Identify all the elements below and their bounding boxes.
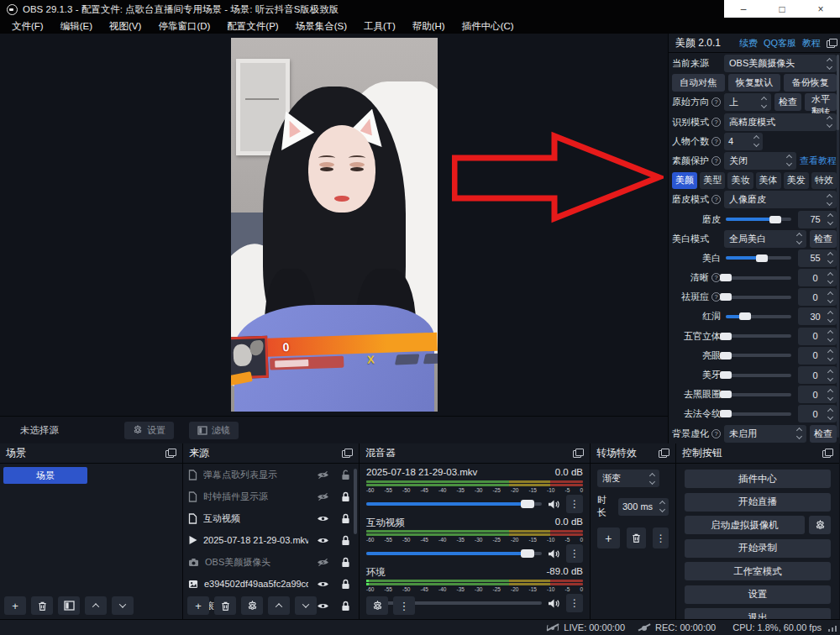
move-scene-down-button[interactable]	[112, 596, 134, 615]
visibility-toggle[interactable]	[314, 601, 331, 611]
dark-circles-slider[interactable]	[726, 393, 791, 396]
visibility-toggle[interactable]	[314, 492, 331, 501]
settings-button[interactable]: 设置	[685, 585, 831, 604]
source-row[interactable]: 弹幕点歌列表显示	[183, 464, 359, 485]
teeth-slider[interactable]	[726, 374, 791, 377]
tab-hair[interactable]: 美发	[784, 172, 809, 189]
speaker-icon[interactable]	[548, 548, 560, 559]
tutorial-link[interactable]: 教程	[802, 37, 821, 50]
smooth-value-stepper[interactable]: 75	[798, 211, 837, 228]
tab-beauty[interactable]: 美颜	[672, 172, 697, 189]
channel-menu-button[interactable]: ⋮	[566, 495, 583, 513]
menu-help[interactable]: 帮助(H)	[404, 18, 454, 34]
plugin-center-button[interactable]: 插件中心	[685, 470, 831, 488]
add-transition-button[interactable]: +	[597, 527, 620, 548]
backup-restore-button[interactable]: 备份恢复	[784, 74, 837, 92]
close-button[interactable]: ×	[801, 0, 840, 18]
qq-support-link[interactable]: QQ客服	[764, 37, 796, 50]
source-properties-button[interactable]: 设置	[124, 422, 174, 439]
start-recording-button[interactable]: 开始录制	[685, 539, 831, 558]
visibility-toggle[interactable]	[314, 558, 331, 567]
popout-icon[interactable]	[165, 449, 176, 458]
tab-makeup[interactable]: 美妆	[727, 172, 753, 189]
blemish-value-stepper[interactable]: 0	[798, 288, 837, 306]
clarity-slider[interactable]	[726, 276, 791, 280]
smile-lines-slider[interactable]	[726, 412, 791, 416]
speaker-icon[interactable]	[548, 499, 560, 510]
sources-scrollbar[interactable]	[354, 469, 357, 534]
smile-lines-value-stepper[interactable]: 0	[798, 405, 837, 422]
bright-eyes-slider[interactable]	[726, 354, 791, 357]
visibility-toggle[interactable]	[314, 514, 331, 523]
move-source-up-button[interactable]	[268, 596, 290, 615]
popout-icon[interactable]	[659, 449, 669, 458]
menu-plugin-center[interactable]: 插件中心(C)	[454, 18, 522, 34]
tab-reshape[interactable]: 美型	[700, 172, 725, 189]
duration-stepper[interactable]: 300 ms	[618, 498, 669, 516]
restore-default-button[interactable]: 恢复默认	[728, 74, 781, 92]
visibility-toggle[interactable]	[314, 470, 331, 480]
add-scene-button[interactable]: +	[4, 596, 26, 615]
rosy-value-stepper[interactable]: 30	[798, 307, 837, 325]
scene-filters-button[interactable]	[58, 596, 80, 615]
start-virtual-camera-button[interactable]: 启动虚拟摄像机	[685, 516, 805, 534]
volume-slider[interactable]	[366, 502, 542, 506]
person-count-stepper[interactable]: 4	[724, 133, 763, 150]
whiten-value-stepper[interactable]: 55	[798, 249, 837, 267]
menu-tools[interactable]: 工具(T)	[355, 18, 404, 34]
background-blur-select[interactable]: 未启用	[724, 425, 806, 443]
transition-type-select[interactable]: 渐变	[597, 470, 659, 487]
move-scene-up-button[interactable]	[85, 596, 107, 615]
lock-toggle[interactable]	[337, 579, 354, 590]
speaker-icon[interactable]	[548, 598, 560, 609]
visibility-toggle[interactable]	[314, 536, 331, 545]
help-icon[interactable]: ?	[711, 118, 721, 127]
current-source-select[interactable]: OBS美颜摄像头	[724, 55, 837, 72]
mixer-menu-button[interactable]: ⋮	[393, 596, 415, 615]
source-filters-button[interactable]: 滤镜	[189, 422, 239, 439]
orientation-select[interactable]: 上	[724, 93, 771, 111]
menu-profile[interactable]: 配置文件(P)	[218, 18, 286, 34]
lock-toggle[interactable]	[337, 557, 354, 568]
smooth-mode-select[interactable]: 人像磨皮	[724, 191, 837, 208]
source-row[interactable]: 互动视频	[183, 507, 359, 529]
menu-docks[interactable]: 停靠窗口(D)	[150, 18, 218, 34]
channel-menu-button[interactable]: ⋮	[566, 594, 583, 612]
tab-effects[interactable]: 特效	[811, 172, 837, 189]
studio-mode-button[interactable]: 工作室模式	[685, 562, 831, 580]
transition-properties-button[interactable]: ⋮	[653, 527, 669, 548]
popout-icon[interactable]	[573, 449, 584, 458]
advanced-audio-button[interactable]	[366, 596, 388, 615]
maximize-button[interactable]: □	[763, 0, 801, 18]
help-icon[interactable]: ?	[711, 429, 721, 438]
white-mode-check-button[interactable]: 检查	[810, 230, 837, 248]
contour-value-stepper[interactable]: 0	[798, 328, 837, 345]
lock-toggle[interactable]	[337, 535, 354, 546]
source-row[interactable]: 时钟插件显示源	[183, 485, 359, 507]
visibility-toggle[interactable]	[314, 580, 331, 589]
virtual-camera-settings-button[interactable]	[809, 516, 831, 534]
source-properties-button[interactable]	[241, 596, 263, 615]
source-row[interactable]: OBS美颜摄像头	[183, 551, 359, 573]
contour-slider[interactable]	[726, 334, 791, 338]
remove-scene-button[interactable]	[31, 596, 53, 615]
beauty-scrollbar[interactable]	[837, 55, 839, 438]
menu-view[interactable]: 视图(V)	[101, 18, 150, 34]
blemish-slider[interactable]	[726, 296, 791, 299]
popout-icon[interactable]	[827, 39, 837, 48]
remove-transition-button[interactable]	[627, 527, 647, 548]
help-icon[interactable]: ?	[711, 97, 721, 107]
orientation-check-button[interactable]: 检查	[774, 93, 801, 111]
smooth-slider[interactable]	[726, 218, 791, 221]
renew-link[interactable]: 续费	[739, 37, 758, 50]
clarity-value-stepper[interactable]: 0	[798, 269, 837, 286]
teeth-value-stepper[interactable]: 0	[798, 366, 837, 384]
volume-slider[interactable]	[366, 552, 542, 555]
help-icon[interactable]: ?	[711, 195, 721, 204]
lock-toggle[interactable]	[337, 470, 354, 480]
menu-scene-collection[interactable]: 场景集合(S)	[287, 18, 355, 34]
scene-list-item[interactable]: 场景	[3, 467, 87, 484]
tab-body[interactable]: 美体	[756, 172, 781, 189]
source-row[interactable]: 2025-07-18 21-29-03.mkv	[183, 529, 359, 551]
background-blur-check-button[interactable]: 检查	[810, 425, 837, 443]
